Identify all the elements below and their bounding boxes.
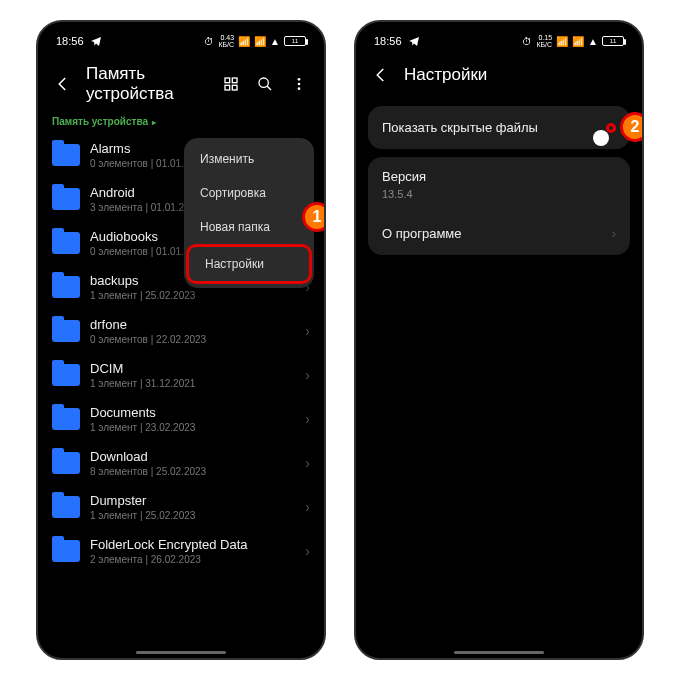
- chevron-right-icon: ›: [305, 499, 310, 515]
- folder-row[interactable]: Documents1 элемент | 23.02.2023›: [46, 397, 316, 441]
- status-bar: 18:56 ⏱ 0.15КБ/С 📶 📶 ▲ 11: [364, 32, 634, 54]
- show-hidden-row[interactable]: Показать скрытые файлы: [368, 106, 630, 149]
- signal-icon-2: 📶: [254, 36, 266, 47]
- svg-rect-2: [225, 85, 230, 90]
- folder-icon: [52, 408, 80, 430]
- search-icon[interactable]: [254, 73, 276, 95]
- grid-view-icon[interactable]: [220, 73, 242, 95]
- about-row[interactable]: О программе ›: [368, 212, 630, 255]
- chevron-right-icon: ›: [305, 543, 310, 559]
- version-value: 13.5.4: [382, 188, 413, 200]
- page-title: Память устройства: [86, 64, 208, 104]
- folder-name: Dumpster: [90, 493, 295, 508]
- menu-item-settings[interactable]: Настройки: [186, 244, 312, 284]
- about-label: О программе: [382, 226, 462, 241]
- svg-point-4: [259, 78, 268, 87]
- folder-icon: [52, 188, 80, 210]
- battery-icon: 11: [284, 36, 306, 46]
- alarm-icon: ⏱: [522, 36, 532, 47]
- menu-item-sort[interactable]: Сортировка: [184, 176, 314, 210]
- signal-icon: 📶: [556, 36, 568, 47]
- back-icon[interactable]: [52, 73, 74, 95]
- status-bar: 18:56 ⏱ 0.43КБ/С 📶 📶 ▲ 11: [46, 32, 316, 54]
- folder-row[interactable]: Download8 элементов | 25.02.2023›: [46, 441, 316, 485]
- folder-icon: [52, 452, 80, 474]
- svg-point-5: [298, 78, 301, 81]
- folder-name: drfone: [90, 317, 295, 332]
- version-label: Версия: [382, 169, 426, 184]
- wifi-icon: ▲: [270, 36, 280, 47]
- settings-card-info: Версия 13.5.4 О программе ›: [368, 157, 630, 255]
- app-bar: Память устройства: [46, 54, 316, 116]
- toggle-highlight: [606, 123, 616, 133]
- folder-row[interactable]: FolderLock Encrypted Data2 элемента | 26…: [46, 529, 316, 573]
- page-title: Настройки: [404, 65, 628, 85]
- folder-icon: [52, 364, 80, 386]
- phone-screenshot-right: 18:56 ⏱ 0.15КБ/С 📶 📶 ▲ 11 Настройки Пока…: [354, 20, 644, 660]
- wifi-icon: ▲: [588, 36, 598, 47]
- folder-meta: 1 элемент | 31.12.2021: [90, 378, 295, 389]
- folder-icon: [52, 540, 80, 562]
- step-badge-2: 2: [620, 112, 644, 142]
- chevron-right-icon: ›: [305, 455, 310, 471]
- folder-name: FolderLock Encrypted Data: [90, 537, 295, 552]
- svg-point-6: [298, 83, 301, 86]
- folder-meta: 0 элементов | 22.02.2023: [90, 334, 295, 345]
- chevron-right-icon: ›: [305, 323, 310, 339]
- menu-item-new-folder[interactable]: Новая папка: [184, 210, 314, 244]
- chevron-right-icon: ›: [612, 226, 616, 241]
- chevron-right-icon: ›: [305, 411, 310, 427]
- folder-meta: 1 элемент | 25.02.2023: [90, 510, 295, 521]
- svg-point-7: [298, 87, 301, 90]
- folder-icon: [52, 276, 80, 298]
- folder-row[interactable]: DCIM1 элемент | 31.12.2021›: [46, 353, 316, 397]
- settings-card-hidden: Показать скрытые файлы: [368, 106, 630, 149]
- svg-rect-0: [225, 78, 230, 83]
- telegram-icon: [90, 35, 102, 47]
- battery-icon: 11: [602, 36, 624, 46]
- folder-icon: [52, 320, 80, 342]
- folder-icon: [52, 496, 80, 518]
- home-indicator: [136, 651, 226, 654]
- status-time: 18:56: [56, 35, 84, 47]
- version-row: Версия 13.5.4: [368, 157, 630, 212]
- alarm-icon: ⏱: [204, 36, 214, 47]
- show-hidden-label: Показать скрытые файлы: [382, 120, 538, 135]
- menu-item-edit[interactable]: Изменить: [184, 142, 314, 176]
- folder-meta: 2 элемента | 26.02.2023: [90, 554, 295, 565]
- chevron-right-icon: ›: [305, 367, 310, 383]
- folder-icon: [52, 232, 80, 254]
- svg-rect-1: [232, 78, 237, 83]
- signal-icon-2: 📶: [572, 36, 584, 47]
- more-icon[interactable]: [288, 73, 310, 95]
- breadcrumb[interactable]: Память устройства ▸: [46, 116, 316, 133]
- folder-name: DCIM: [90, 361, 295, 376]
- folder-row[interactable]: drfone0 элементов | 22.02.2023›: [46, 309, 316, 353]
- back-icon[interactable]: [370, 64, 392, 86]
- folder-name: Download: [90, 449, 295, 464]
- folder-icon: [52, 144, 80, 166]
- chevron-right-icon: ▸: [150, 118, 156, 127]
- folder-meta: 1 элемент | 23.02.2023: [90, 422, 295, 433]
- phone-screenshot-left: 18:56 ⏱ 0.43КБ/С 📶 📶 ▲ 11 Память устройс…: [36, 20, 326, 660]
- home-indicator: [454, 651, 544, 654]
- svg-rect-3: [232, 85, 237, 90]
- app-bar: Настройки: [364, 54, 634, 98]
- folder-meta: 8 элементов | 25.02.2023: [90, 466, 295, 477]
- signal-icon: 📶: [238, 36, 250, 47]
- folder-row[interactable]: Dumpster1 элемент | 25.02.2023›: [46, 485, 316, 529]
- overflow-menu: Изменить Сортировка Новая папка Настройк…: [184, 138, 314, 288]
- folder-meta: 1 элемент | 25.02.2023: [90, 290, 295, 301]
- telegram-icon: [408, 35, 420, 47]
- status-time: 18:56: [374, 35, 402, 47]
- folder-name: Documents: [90, 405, 295, 420]
- step-badge-1: 1: [302, 202, 326, 232]
